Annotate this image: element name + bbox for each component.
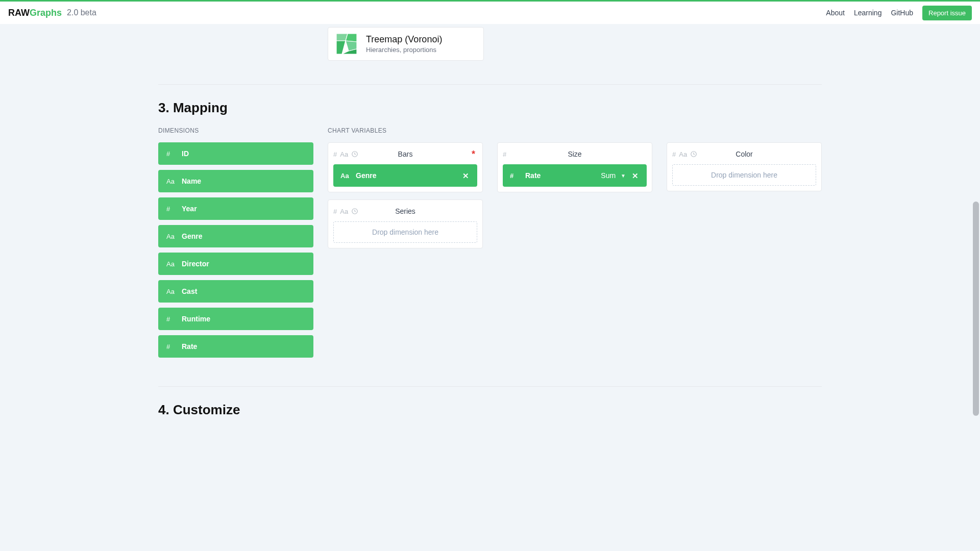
nav-github[interactable]: GitHub: [891, 9, 913, 17]
color-dropzone[interactable]: Drop dimension here: [672, 164, 816, 186]
spacer-label: [667, 127, 822, 134]
dimension-label: Director: [182, 260, 209, 268]
text-icon: Aa: [340, 172, 351, 180]
variables-column-a: CHART VARIABLES # Aa Bars * Aa Genre: [328, 127, 483, 256]
customize-section-title: 4. Customize: [158, 402, 822, 418]
dropzone-placeholder: Drop dimension here: [372, 228, 438, 236]
dimensions-label: DIMENSIONS: [158, 127, 313, 134]
dimension-genre[interactable]: Aa Genre: [158, 225, 313, 247]
text-icon: Aa: [166, 178, 178, 185]
mapped-label: Rate: [525, 171, 596, 180]
top-nav: RAWGraphs 2.0 beta About Learning GitHub…: [0, 2, 980, 24]
dimension-id[interactable]: # ID: [158, 142, 313, 165]
hash-icon: #: [166, 205, 178, 213]
dimension-label: Year: [182, 205, 197, 213]
chart-type-subtitle: Hierarchies, proportions: [366, 46, 442, 54]
dimension-label: Cast: [182, 287, 197, 295]
required-asterisk-icon: *: [472, 149, 475, 160]
hash-icon: #: [166, 150, 178, 158]
dimension-label: Rate: [182, 342, 197, 350]
variables-column-c: # Aa Color Drop dimension here: [667, 127, 822, 198]
series-dropzone[interactable]: Drop dimension here: [333, 221, 477, 243]
hash-icon: #: [510, 172, 520, 180]
variable-name: Size: [503, 150, 647, 158]
dimension-label: Name: [182, 177, 201, 185]
variable-name: Bars: [333, 150, 477, 158]
variable-name: Color: [672, 150, 816, 158]
mapped-size-pill[interactable]: # Rate Sum ▼ ✕: [503, 164, 647, 187]
dimension-label: Genre: [182, 232, 202, 240]
variables-label: CHART VARIABLES: [328, 127, 483, 134]
variable-series[interactable]: # Aa Series Drop dimension here: [328, 199, 483, 248]
dimension-name[interactable]: Aa Name: [158, 170, 313, 192]
mapping-section-title: 3. Mapping: [158, 100, 822, 116]
dimension-label: Runtime: [182, 315, 210, 323]
remove-mapping-icon[interactable]: ✕: [461, 172, 470, 180]
text-icon: Aa: [166, 288, 178, 295]
brand-graphs: Graphs: [30, 8, 62, 18]
voronoi-treemap-icon: [336, 34, 357, 54]
aggregation-value: Sum: [601, 171, 616, 180]
dropzone-placeholder: Drop dimension here: [711, 171, 777, 179]
brand-raw: RAW: [8, 8, 30, 18]
svg-marker-2: [346, 34, 357, 42]
text-icon: Aa: [166, 260, 178, 268]
dimension-rate[interactable]: # Rate: [158, 335, 313, 358]
variable-color[interactable]: # Aa Color Drop dimension here: [667, 142, 822, 191]
brand-version: 2.0 beta: [67, 8, 96, 17]
dimension-cast[interactable]: Aa Cast: [158, 280, 313, 303]
remove-mapping-icon[interactable]: ✕: [631, 172, 640, 180]
mapped-label: Genre: [356, 171, 456, 180]
chart-type-card[interactable]: Treemap (Voronoi) Hierarchies, proportio…: [328, 27, 484, 61]
caret-down-icon: ▼: [621, 173, 626, 179]
dimension-director[interactable]: Aa Director: [158, 253, 313, 275]
text-icon: Aa: [166, 233, 178, 240]
variables-column-b: # Size # Rate Sum ▼ ✕: [497, 127, 652, 199]
nav-learning[interactable]: Learning: [854, 9, 882, 17]
dimension-label: ID: [182, 149, 189, 158]
section-divider: [158, 386, 822, 387]
hash-icon: #: [166, 343, 178, 350]
dimension-runtime[interactable]: # Runtime: [158, 308, 313, 330]
variable-name: Series: [333, 207, 477, 215]
section-divider: [158, 84, 822, 85]
report-issue-button[interactable]: Report issue: [922, 6, 972, 20]
mapped-bars-pill[interactable]: Aa Genre ✕: [333, 164, 477, 187]
dimensions-column: DIMENSIONS # ID Aa Name # Year Aa Genre …: [158, 127, 313, 363]
brand[interactable]: RAWGraphs 2.0 beta: [8, 8, 96, 18]
chart-type-title: Treemap (Voronoi): [366, 34, 442, 45]
nav-about[interactable]: About: [826, 9, 845, 17]
dimension-year[interactable]: # Year: [158, 197, 313, 220]
variable-bars[interactable]: # Aa Bars * Aa Genre ✕: [328, 142, 483, 192]
aggregation-select[interactable]: Sum ▼: [601, 171, 626, 180]
spacer-label: [497, 127, 652, 134]
hash-icon: #: [166, 315, 178, 323]
variable-size[interactable]: # Size # Rate Sum ▼ ✕: [497, 142, 652, 192]
scrollbar-track[interactable]: [972, 2, 980, 551]
scrollbar-thumb[interactable]: [973, 202, 979, 416]
